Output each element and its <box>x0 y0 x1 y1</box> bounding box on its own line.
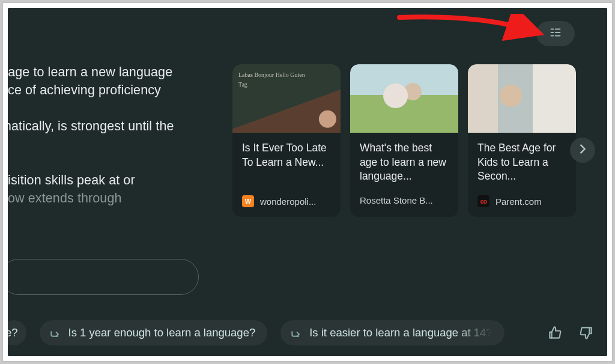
source-name: Rosetta Stone B... <box>360 195 433 205</box>
show-more-outline[interactable] <box>8 259 199 295</box>
source-name: wonderopoli... <box>260 196 316 207</box>
source-cards-row: Is It Ever Too Late To Learn a New...Wwo… <box>232 64 576 217</box>
followup-chip-truncated[interactable]: e? <box>8 320 26 345</box>
card-title: Is It Ever Too Late To Learn a New... <box>242 141 331 184</box>
answer-line: matically, is strongest until the <box>8 119 174 133</box>
answer-line: uisition skills peak at or <box>8 173 135 187</box>
followup-label: Is it easier to learn a language at 14? <box>309 326 492 339</box>
carousel-next-button[interactable] <box>570 138 595 163</box>
card-title: The Best Age for Kids to Learn a Secon..… <box>477 141 566 184</box>
answer-line: nce of achieving proficiency <box>8 83 161 97</box>
card-thumbnail <box>350 64 458 133</box>
card-source: Rosetta Stone B... <box>360 195 449 205</box>
chevron-right-icon <box>576 142 589 158</box>
followups-row: e? Is 1 year enough to learn a language?… <box>8 320 598 345</box>
thumbs-up-button[interactable] <box>547 325 563 341</box>
sources-panel-icon <box>549 26 562 41</box>
reply-arrow-icon <box>49 327 61 339</box>
app-surface: t age to learn a new language nce of ach… <box>8 8 607 356</box>
answer-line: t age to learn a new language <box>8 65 172 79</box>
favicon: W <box>242 195 254 207</box>
source-card[interactable]: Is It Ever Too Late To Learn a New...Wwo… <box>232 64 341 217</box>
answer-text-fragment: t age to learn a new language nce of ach… <box>8 63 217 226</box>
card-source: Wwonderopoli... <box>242 195 331 207</box>
followup-chip[interactable]: Is it easier to learn a language at 14? <box>280 320 504 345</box>
thumbs-down-button[interactable] <box>578 325 594 341</box>
card-thumbnail <box>468 64 576 133</box>
followup-label: e? <box>8 326 18 339</box>
source-card[interactable]: What's the best age to learn a new langu… <box>350 64 458 217</box>
card-title: What's the best age to learn a new langu… <box>360 141 449 184</box>
annotation-arrow <box>396 14 546 56</box>
source-card[interactable]: The Best Age for Kids to Learn a Secon..… <box>468 64 576 217</box>
feedback-controls <box>547 325 598 341</box>
reply-arrow-icon <box>290 327 302 339</box>
card-thumbnail <box>232 64 341 133</box>
sources-panel-button[interactable] <box>536 21 575 46</box>
card-source: coParent.com <box>477 195 566 207</box>
followup-label: Is 1 year enough to learn a language? <box>68 326 256 339</box>
followup-chip[interactable]: Is 1 year enough to learn a language? <box>40 320 268 345</box>
favicon: co <box>477 195 489 207</box>
answer-line: dow extends through <box>8 191 122 205</box>
source-name: Parent.com <box>495 196 542 207</box>
